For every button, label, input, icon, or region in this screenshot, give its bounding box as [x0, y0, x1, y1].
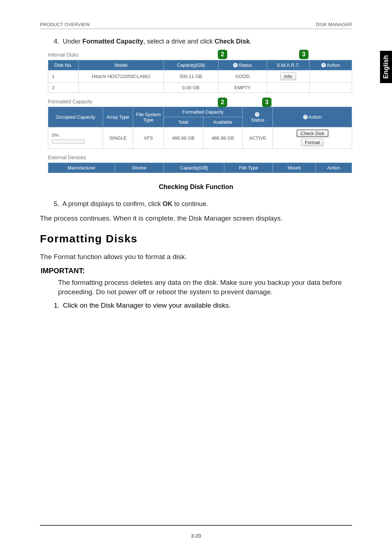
table-row: 1 Hitachi HDS721050CLA662 500.11 GB GOOD… — [48, 70, 352, 83]
check-disk-button[interactable]: Check Disk — [297, 130, 328, 137]
internal-disks-table: Disk No. Model Capacity[GB] ?Status S.M.… — [48, 60, 352, 93]
th-device: Device — [115, 163, 164, 173]
para-format-function: The Format function allows you to format… — [40, 253, 352, 261]
language-tab: English — [380, 51, 392, 83]
step-5-pre: A prompt displays to confirm, click — [62, 200, 163, 208]
help-icon[interactable]: ? — [233, 63, 238, 67]
progress-bar — [52, 139, 85, 144]
cell-model: Hitachi HDS721050CLA662 — [78, 70, 163, 83]
step-4-text-end: . — [250, 38, 252, 45]
cell-status: GOOD — [218, 70, 267, 83]
th-total: Total — [164, 117, 203, 127]
cell-action — [309, 83, 352, 93]
important-label: IMPORTANT: — [41, 267, 352, 275]
step-4: 4. Under Formatted Capacity, select a dr… — [54, 38, 352, 45]
th-smart: S.M.A.R.T. — [267, 60, 309, 70]
step-4-text-mid: , select a drive and click — [143, 38, 215, 45]
formatted-capacity-title: Formatted Capacity — [48, 99, 352, 104]
external-devices-table: Manufacturer Device Capacity[GB] File Ty… — [48, 163, 352, 173]
header-left: PRODUCT OVERVIEW — [40, 22, 90, 27]
step-fmt-1-num: 1. — [54, 301, 61, 309]
th-action: ?Action — [309, 60, 352, 70]
table-row: 2 0.00 GB EMPTY — [48, 83, 352, 93]
step-4-bold2: Check Disk — [215, 38, 250, 45]
callout-2-internal: 2 — [218, 50, 227, 59]
step-5-bold: OK — [163, 200, 172, 208]
callout-3-formatted: 3 — [262, 98, 271, 107]
step-fmt-1: 1. Click on the Disk Manager to view you… — [54, 301, 352, 309]
step-4-bold1: Formatted Capacity — [82, 38, 143, 45]
step-4-text-pre: Under — [63, 38, 82, 45]
cell-fs: XFS — [133, 127, 164, 149]
cell-array: SINGLE — [103, 127, 133, 149]
external-devices-title: External Devices — [48, 155, 352, 160]
heading-formatting-disks: Formatting Disks — [40, 233, 352, 245]
th-status: ?Status — [218, 60, 267, 70]
cell-smart: Info — [267, 70, 309, 83]
th-available: Available — [203, 117, 242, 127]
th-filetype: File Type — [224, 163, 273, 173]
cell-capacity: 500.11 GB — [164, 70, 219, 83]
help-icon[interactable]: ? — [321, 63, 326, 67]
cell-diskno: 1 — [48, 70, 79, 83]
th-capacity: Capacity[GB] — [164, 60, 219, 70]
th-occupied: Occupied Capacity — [48, 107, 103, 127]
th-manufacturer: Manufacturer — [48, 163, 115, 173]
th-ext-capacity: Capacity[GB] — [164, 163, 224, 173]
header-right: DISK MANAGER — [316, 22, 352, 27]
th-action2: ?Action — [273, 107, 352, 127]
help-icon[interactable]: ? — [303, 115, 308, 119]
th-mount: Mount — [273, 163, 315, 173]
cell-capacity: 0.00 GB — [164, 83, 219, 93]
info-button[interactable]: Info — [280, 73, 296, 80]
occupied-value: 0% — [52, 132, 59, 138]
th-status2: ?Status — [242, 107, 273, 127]
cell-action — [309, 70, 352, 83]
step-5-num: 5. — [54, 200, 61, 208]
format-button[interactable]: Format — [301, 139, 324, 146]
cell-available: 486.88 GB — [203, 127, 242, 149]
cell-action2: Check Disk Format — [273, 127, 352, 149]
step-fmt-1-text: Click on the Disk Manager to view your a… — [63, 301, 231, 309]
important-body: The formatting process deletes any data … — [58, 278, 352, 296]
th-fs: File System Type — [133, 107, 164, 127]
callout-2-formatted: 2 — [218, 98, 227, 107]
th-array: Array Type — [103, 107, 133, 127]
help-icon[interactable]: ? — [255, 112, 260, 117]
callout-3-internal: 3 — [299, 50, 309, 59]
step-5: 5. A prompt displays to confirm, click O… — [54, 200, 352, 208]
footer-rule — [40, 525, 352, 526]
step-4-num: 4. — [54, 38, 61, 45]
cell-status: EMPTY — [218, 83, 267, 93]
page-number: 3-20 — [191, 533, 201, 539]
th-fc: Formatted Capacity — [164, 107, 243, 117]
formatted-capacity-table: Occupied Capacity Array Type File System… — [48, 107, 352, 149]
cell-model — [78, 83, 163, 93]
cell-total: 486.88 GB — [164, 127, 203, 149]
cell-diskno: 2 — [48, 83, 79, 93]
figure-caption: Checking Disk Function — [40, 183, 352, 191]
para-process-continues: The process continues. When it is comple… — [40, 214, 352, 222]
cell-occupied: 0% — [48, 127, 103, 149]
cell-status2: ACTIVE — [242, 127, 273, 149]
th-model: Model — [78, 60, 163, 70]
cell-smart — [267, 83, 309, 93]
th-diskno: Disk No. — [48, 60, 79, 70]
step-5-end: to continue. — [172, 200, 208, 208]
th-ext-action: Action — [315, 163, 352, 173]
table-row: 0% SINGLE XFS 486.88 GB 486.88 GB ACTIVE… — [48, 127, 352, 149]
